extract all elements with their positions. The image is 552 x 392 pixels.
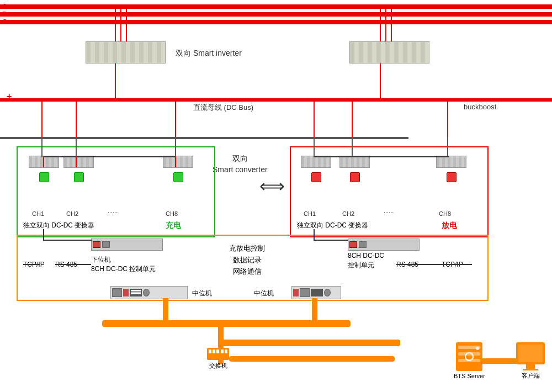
ch2-discharge-led1: [350, 172, 360, 182]
left-ctrl-unit-top: [91, 239, 163, 251]
center-mid-label: 中位机: [254, 289, 274, 298]
bus-b-label: B: [2, 10, 7, 18]
hline-tcpip-r: [442, 264, 472, 265]
bus-line-b: [0, 12, 552, 17]
switch-icon: [207, 348, 229, 360]
ch8-charge-label: CH8: [166, 210, 178, 217]
dc-bus-positive: [0, 98, 552, 102]
cmid-grid: [311, 289, 323, 296]
right-ctrl-led1: [349, 241, 357, 248]
orange-hline-switch-right: [229, 356, 395, 362]
switch-port5: [225, 349, 227, 353]
ch1-charge-led1: [39, 172, 49, 182]
monitor-icon: [516, 342, 545, 364]
switch-port4: [221, 349, 224, 353]
vline-l2: [120, 4, 121, 42]
monitor-stand: [526, 364, 535, 369]
cmid-btn1: [293, 289, 299, 296]
charge-status-label: 充电: [166, 221, 181, 231]
discharge-box-bottom-label: 独立双向 DC-DC 变换器: [297, 221, 368, 230]
orange-hline-server-client: [481, 358, 517, 364]
server-icon: [456, 342, 482, 371]
ch1-charge-label: CH1: [32, 210, 44, 217]
ch8-charge-led1: [173, 172, 183, 182]
vline-r3: [391, 4, 392, 42]
hline-ctrl-right: [314, 240, 348, 241]
vline-ch-ctrl: [43, 229, 44, 240]
hline-discharge-top: [314, 156, 449, 157]
ch8-discharge-led1: [447, 172, 457, 182]
ch8-discharge-body: [436, 156, 466, 168]
switch-label: 交换机: [209, 362, 227, 370]
switch-port3: [216, 349, 219, 353]
ch1-discharge-label: CH1: [304, 210, 316, 217]
orange-vline-right: [312, 298, 317, 321]
mid-btn1: [112, 288, 122, 297]
ch2-discharge-label: CH2: [342, 210, 354, 217]
smart-converter-label: 双向 Smart converter: [213, 153, 268, 175]
vline-ch2-charge-neg: [76, 137, 77, 157]
ctrl-center-labels: 充放电控制数据记录网络通信: [229, 243, 265, 277]
hline-tcpip-l: [23, 264, 40, 265]
vline-ch8-charge-neg: [175, 137, 176, 157]
switch-box: 交换机: [207, 348, 229, 370]
right-ctrl-led2: [359, 241, 367, 248]
hline-charge-top: [43, 156, 176, 157]
right-inverter: [349, 41, 429, 63]
vline-l1: [115, 4, 116, 42]
left-ctrl-led1: [93, 241, 100, 248]
left-mid-unit: [110, 286, 188, 299]
hline-rs485-l: [55, 264, 91, 265]
ch8-discharge-label: CH8: [439, 210, 451, 217]
dc-plus-sign: +: [7, 92, 12, 102]
cmid-btn2: [300, 288, 310, 297]
bus-line-a: [0, 4, 552, 9]
client-box: 客户端: [516, 342, 545, 380]
cmid-knob: [324, 289, 331, 296]
vline-ch1-dis-neg: [314, 137, 315, 157]
discharge-status-label: 放电: [442, 221, 457, 231]
server-label: BTS Server: [454, 373, 485, 379]
discharge-dots: ......: [384, 208, 394, 214]
ch2-charge-body: [63, 156, 94, 168]
vline-inv-r: [380, 63, 381, 99]
vline-r2: [385, 4, 386, 42]
charge-box-bottom-label: 独立双向 DC-DC 变换器: [23, 221, 94, 230]
left-inverter: [86, 41, 166, 63]
switch-port1: [209, 349, 211, 353]
dc-bus-negative: [0, 137, 408, 139]
dc-minus-sign: -: [7, 133, 9, 142]
vline-ch1c-down: [43, 156, 44, 167]
bts-server-box: BTS Server: [454, 342, 485, 379]
ch8-discharge-unit: [436, 156, 466, 182]
vline-r1: [380, 4, 381, 42]
ch2-charge-label: CH2: [66, 210, 78, 217]
bus-c-label: C: [2, 18, 7, 26]
ch1-discharge-body: [301, 156, 331, 168]
client-label: 客户端: [522, 372, 540, 380]
vline-ch8-dis-neg: [447, 137, 448, 157]
vline-l3: [126, 4, 127, 42]
ctrl-upper-right-label: 8CH DC-DC控制单元: [348, 251, 384, 270]
buckboost-label: buckboost: [464, 103, 496, 111]
ch2-charge-led1: [74, 172, 84, 182]
mid-grid: [130, 289, 142, 296]
vline-ch2-dis-neg: [352, 137, 353, 157]
vline-inv-l: [115, 63, 116, 99]
ch2-charge-unit: [63, 156, 94, 182]
center-mid-unit: [291, 286, 341, 299]
orange-vline-left: [163, 298, 168, 321]
ctrl-lower-unit-label: 下位机8CH DC-DC 控制单元: [91, 255, 156, 274]
dc-bus-label: 直流母线 (DC Bus): [193, 103, 253, 113]
vline-ch8c-down: [175, 156, 176, 167]
switch-port2: [213, 349, 215, 353]
vline-ch1-charge-neg: [41, 137, 43, 157]
left-mid-label: 中位机: [192, 289, 212, 298]
bus-line-c: [0, 20, 552, 24]
left-ctrl-led2: [102, 241, 110, 248]
bus-a-label: A: [2, 2, 7, 10]
ch2-discharge-body: [339, 156, 370, 168]
charge-dots: ......: [108, 208, 118, 214]
mid-btn2: [123, 289, 129, 296]
main-diagram: A B C 双向 Smart inverter + 直流母线 (DC Bus) …: [0, 0, 552, 392]
